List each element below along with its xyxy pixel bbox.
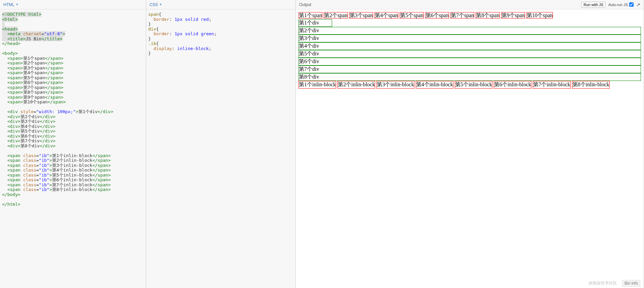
- output-span: 第3个span: [349, 12, 373, 18]
- output-inline-block: 第1个inlin-block: [298, 81, 336, 89]
- output-span: 第10个span: [526, 12, 553, 18]
- output-span: 第6个span: [425, 12, 449, 18]
- bin-info-button[interactable]: Bin info: [622, 280, 640, 287]
- output-inline-block: 第4个inlin-block: [416, 81, 453, 89]
- run-with-js-button[interactable]: Run with JS: [581, 2, 606, 8]
- output-controls: Run with JS Auto-run JS ↗: [581, 2, 640, 8]
- css-pane-label: CSS: [150, 2, 158, 7]
- output-inline-block: 第5个inlin-block: [455, 81, 492, 89]
- output-div: 第6个div: [298, 58, 641, 65]
- output-inline-block: 第8个inlin-block: [572, 81, 610, 89]
- output-inline-block: 第3个inlin-block: [376, 81, 414, 89]
- dropdown-arrow-icon: ▼: [16, 3, 18, 6]
- output-div: 第1个div: [298, 19, 332, 27]
- output-pane-header: Output Run with JS Auto-run JS ↗: [296, 0, 644, 9]
- html-pane-header: HTML ▼: [0, 0, 146, 9]
- output-inline-block: 第2个inlin-block: [337, 81, 375, 89]
- css-pane: CSS ▼ span{ border: 1px solid red; } div…: [146, 0, 296, 288]
- output-body: 第1个span 第2个span 第3个span 第4个span 第5个span …: [296, 9, 644, 288]
- output-span: 第4个span: [374, 12, 398, 18]
- output-inline-block: 第6个inlin-block: [494, 81, 531, 89]
- output-div: 第5个div: [298, 50, 641, 58]
- html-editor[interactable]: <!DOCTYPE html> <html> <head> <meta char…: [0, 9, 146, 288]
- css-pane-title[interactable]: CSS ▼: [150, 2, 162, 7]
- output-span: 第9个span: [501, 12, 525, 18]
- output-span: 第5个span: [400, 12, 424, 18]
- html-pane: HTML ▼ <!DOCTYPE html> <html> <head> <me…: [0, 0, 146, 288]
- output-span: 第8个span: [476, 12, 499, 18]
- output-span: 第1个span: [298, 12, 322, 18]
- css-pane-header: CSS ▼: [146, 0, 295, 9]
- output-div: 第2个div: [298, 27, 641, 35]
- output-span: 第7个span: [450, 12, 474, 18]
- output-div: 第8个div: [298, 73, 641, 81]
- css-editor[interactable]: span{ border: 1px solid red; } div{ bord…: [146, 9, 295, 288]
- output-pane-label: Output: [299, 2, 311, 7]
- output-div: 第4个div: [298, 42, 641, 50]
- output-span: 第2个span: [324, 12, 348, 18]
- html-pane-title[interactable]: HTML ▼: [3, 2, 18, 7]
- dropdown-arrow-icon: ▼: [159, 3, 162, 6]
- autorun-toggle[interactable]: Auto-run JS: [608, 2, 634, 7]
- html-pane-label: HTML: [3, 2, 14, 7]
- output-div: 第3个div: [298, 35, 641, 42]
- output-pane-title: Output: [299, 2, 311, 7]
- output-div: 第7个div: [298, 65, 641, 73]
- autorun-checkbox[interactable]: [629, 2, 634, 7]
- output-inline-block: 第7个inlin-block: [533, 81, 570, 89]
- expand-icon[interactable]: ↗: [636, 2, 640, 7]
- autorun-label: Auto-run JS: [608, 3, 628, 7]
- output-pane: Output Run with JS Auto-run JS ↗ 第1个span…: [296, 0, 644, 288]
